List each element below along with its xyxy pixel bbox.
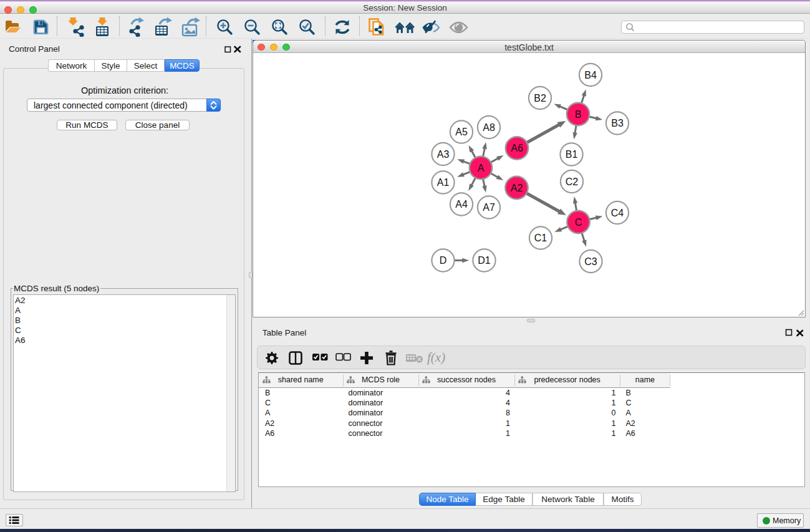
svg-text:D: D bbox=[440, 255, 447, 266]
svg-text:B1: B1 bbox=[566, 149, 578, 160]
svg-text:A7: A7 bbox=[483, 202, 495, 213]
svg-text:C3: C3 bbox=[584, 256, 597, 267]
svg-text:A2: A2 bbox=[511, 183, 523, 193]
svg-text:D1: D1 bbox=[478, 255, 491, 266]
svg-text:A: A bbox=[478, 163, 485, 173]
svg-text:C2: C2 bbox=[566, 177, 579, 187]
svg-text:A5: A5 bbox=[455, 127, 468, 137]
svg-text:A3: A3 bbox=[437, 149, 450, 160]
svg-text:A4: A4 bbox=[455, 199, 468, 210]
svg-text:C4: C4 bbox=[611, 208, 624, 218]
svg-text:C: C bbox=[575, 217, 582, 228]
svg-text:A8: A8 bbox=[483, 122, 495, 133]
svg-text:B4: B4 bbox=[584, 70, 597, 80]
svg-text:B2: B2 bbox=[534, 93, 546, 104]
svg-text:A1: A1 bbox=[437, 177, 450, 188]
svg-text:B3: B3 bbox=[611, 118, 624, 128]
svg-text:C1: C1 bbox=[534, 233, 547, 243]
svg-text:B: B bbox=[575, 109, 582, 120]
svg-text:A6: A6 bbox=[511, 143, 523, 153]
